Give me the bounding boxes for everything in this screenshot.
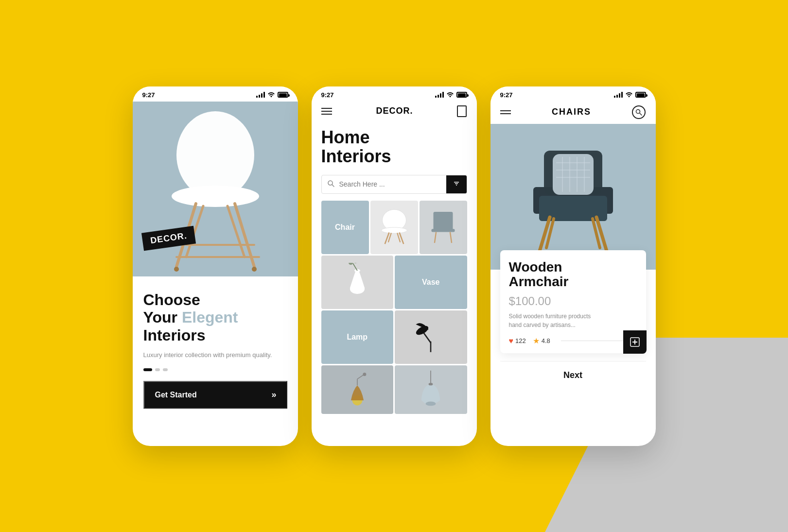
hamburger-menu-3[interactable] <box>500 108 511 116</box>
grid-lamp-label[interactable]: Lamp <box>321 310 394 364</box>
status-time-2: 9:27 <box>321 91 334 99</box>
subtitle: Luxury interior collection with premium … <box>143 350 287 360</box>
svg-line-23 <box>435 232 436 242</box>
next-button[interactable]: Next <box>490 361 656 389</box>
svg-line-11 <box>332 185 334 187</box>
svg-point-9 <box>252 267 257 272</box>
product-meta: ♥ 122 ★ 4.8 <box>509 336 637 345</box>
lamp-label-text: Lamp <box>347 333 368 342</box>
grid-lamp-img[interactable] <box>395 310 467 364</box>
svg-rect-63 <box>634 340 635 344</box>
hamburger-menu[interactable] <box>321 106 332 117</box>
rating-number: 4.8 <box>542 337 550 344</box>
battery-icon <box>278 92 288 98</box>
svg-point-39 <box>429 383 433 385</box>
hero-section: DECOR. <box>133 102 298 276</box>
search-bar[interactable] <box>321 175 467 194</box>
mini-chair-white-svg <box>377 208 411 247</box>
svg-line-24 <box>450 232 452 242</box>
grid-row-vase: Vase <box>312 254 477 309</box>
wifi-icon-2 <box>446 91 454 98</box>
product-name: WoodenArmchair <box>509 260 637 290</box>
status-icons-2 <box>435 91 467 98</box>
filter-button[interactable] <box>446 175 467 193</box>
signal-icon <box>256 92 265 98</box>
tagline-line1: Choose <box>143 291 200 309</box>
pagination-dots <box>143 368 287 371</box>
grid-vase-img[interactable] <box>321 256 394 309</box>
screens-container: 9:27 <box>133 86 656 446</box>
product-price: $100.00 <box>509 294 637 308</box>
cta-label: Get Started <box>155 391 197 399</box>
svg-point-8 <box>174 267 179 272</box>
phone-screen-2: 9:27 DECOR. HomeInteriors <box>312 86 477 446</box>
star-icon: ★ <box>533 336 540 345</box>
status-time-1: 9:27 <box>142 91 155 99</box>
grid-row-bottom <box>312 364 477 414</box>
page-title-2: HomeInteriors <box>312 122 477 171</box>
vase-label-text: Vase <box>422 278 439 287</box>
svg-rect-22 <box>432 229 455 232</box>
likes-count: ♥ 122 <box>509 337 526 345</box>
battery-icon-2 <box>456 92 467 98</box>
status-bar-2: 9:27 <box>312 86 477 102</box>
signal-icon-2 <box>435 92 444 98</box>
wifi-icon <box>267 91 275 98</box>
status-bar-3: 9:27 <box>490 86 656 102</box>
lamp-svg <box>414 318 448 357</box>
mini-chair-gray-svg <box>427 208 459 247</box>
svg-line-26 <box>353 263 357 271</box>
battery-icon-3 <box>635 92 646 98</box>
dot-2 <box>163 368 168 371</box>
svg-point-29 <box>354 263 357 263</box>
wifi-icon-3 <box>625 91 633 99</box>
vase-svg <box>343 263 372 302</box>
meta-divider <box>561 341 633 341</box>
grid-chair-label[interactable]: Chair <box>321 201 369 254</box>
get-started-button[interactable]: Get Started » <box>143 381 287 409</box>
svg-point-40 <box>636 109 640 113</box>
status-icons-3 <box>614 91 646 99</box>
nav-title-3: CHAIRS <box>552 107 591 117</box>
grid-white-chair[interactable] <box>370 201 418 254</box>
svg-rect-48 <box>553 154 594 195</box>
grid-row-chairs: Chair <box>312 201 477 254</box>
svg-point-16 <box>381 227 407 233</box>
add-to-cart-button[interactable] <box>623 330 647 354</box>
status-icons-1 <box>256 91 288 98</box>
grid-vase-label[interactable]: Vase <box>395 256 467 309</box>
arrow-icon: » <box>271 390 275 400</box>
rating-count: ★ 4.8 <box>533 336 550 345</box>
phone-screen-1: 9:27 <box>133 86 298 446</box>
search-button-3[interactable] <box>632 105 646 119</box>
pendant-lamp-svg <box>414 370 448 409</box>
product-card: WoodenArmchair $100.00 Solid wooden furn… <box>500 250 646 354</box>
phone-screen-3: 9:27 CHAIRS <box>490 86 656 446</box>
svg-rect-21 <box>434 212 453 231</box>
dot-active <box>143 368 152 371</box>
product-desc: Solid wooden furniture productshand carv… <box>509 312 637 329</box>
tagline: Choose Your Elegent Interiors Interiors <box>143 291 287 344</box>
search-icon-wrap <box>322 175 339 193</box>
product-hero <box>490 124 656 270</box>
nav-bar-2: DECOR. <box>312 102 477 122</box>
svg-line-35 <box>357 375 364 379</box>
armchair-svg <box>490 124 656 270</box>
grid-gray-chair[interactable] <box>420 201 467 254</box>
bookmark-icon[interactable] <box>457 105 467 117</box>
svg-point-1 <box>172 186 259 207</box>
dot-1 <box>155 368 160 371</box>
svg-point-36 <box>363 373 366 376</box>
tagline-line3: Interiors <box>143 326 206 344</box>
grid-wall-lamp[interactable] <box>321 365 394 414</box>
grid-pendant-lamp[interactable] <box>395 365 467 414</box>
svg-point-38 <box>426 401 436 406</box>
svg-line-41 <box>640 113 642 115</box>
brand-badge-text: DECOR. <box>149 230 187 245</box>
status-time-3: 9:27 <box>500 91 513 99</box>
search-input[interactable] <box>339 175 446 193</box>
likes-number: 122 <box>515 337 526 344</box>
nav-logo-2: DECOR. <box>376 106 413 116</box>
nav-bar-3: CHAIRS <box>490 102 656 124</box>
heart-icon: ♥ <box>509 337 514 345</box>
